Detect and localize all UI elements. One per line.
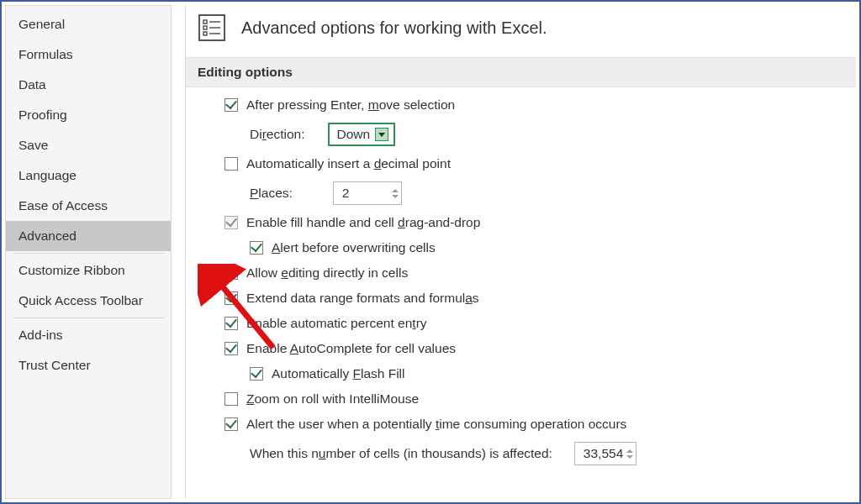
spinner-cells-affected-value: 33,554 (584, 446, 623, 461)
label-autocomplete: Enable AutoComplete for cell values (246, 341, 456, 356)
opt-autocomplete: Enable AutoComplete for cell values (203, 341, 844, 356)
label-zoom-mouse: Zoom on roll with IntelliMouse (246, 391, 419, 407)
opt-flash-fill: Automatically Flash Fill (203, 366, 844, 381)
panel-title: Advanced options for working with Excel. (241, 18, 547, 38)
checkbox-auto-percent[interactable] (224, 317, 238, 330)
sidebar-item-general[interactable]: General (6, 9, 171, 39)
svg-rect-5 (203, 32, 207, 35)
checkbox-extend-range[interactable] (224, 291, 238, 305)
checkbox-zoom-mouse[interactable] (224, 392, 238, 406)
sidebar-item-language[interactable]: Language (6, 160, 171, 191)
sidebar-item-save[interactable]: Save (6, 130, 171, 160)
label-auto-decimal: Automatically insert a decimal point (246, 156, 451, 171)
spinner-places-value: 2 (342, 186, 350, 201)
opt-after-enter: After pressing Enter, move selection (203, 97, 844, 113)
sidebar-item-trust-center[interactable]: Trust Center (6, 350, 171, 381)
label-fill-handle: Enable fill handle and cell drag-and-dro… (246, 215, 480, 230)
checkbox-fill-handle[interactable] (224, 216, 238, 229)
label-alert-overwrite: Alert before overwriting cells (272, 240, 436, 255)
checkbox-allow-edit[interactable] (224, 266, 238, 280)
sidebar-item-formulas[interactable]: Formulas (6, 39, 171, 70)
svg-rect-3 (203, 26, 207, 29)
editing-options-list: After pressing Enter, move selection Dir… (186, 87, 856, 475)
spinner-places[interactable]: 2 (333, 181, 402, 205)
main-panel: Advanced options for working with Excel.… (185, 5, 856, 499)
checkbox-after-enter[interactable] (224, 98, 238, 112)
sidebar-separator (13, 318, 164, 318)
sidebar-item-data[interactable]: Data (6, 70, 171, 100)
spinner-down-icon[interactable] (391, 194, 399, 199)
opt-fill-handle: Enable fill handle and cell drag-and-dro… (203, 215, 844, 230)
svg-rect-1 (203, 20, 207, 24)
checkbox-alert-time[interactable] (224, 417, 238, 431)
svg-line-7 (216, 279, 273, 348)
label-alert-time: Alert the user when a potentially time c… (246, 417, 626, 432)
spinner-up-icon[interactable] (626, 449, 634, 454)
sidebar-item-customize-ribbon[interactable]: Customize Ribbon (6, 255, 171, 286)
chevron-down-icon (375, 128, 388, 141)
opt-places: Places: 2 (203, 181, 844, 205)
checkbox-auto-decimal[interactable] (224, 157, 238, 171)
opt-cells-affected: When this number of cells (in thousands)… (203, 442, 844, 465)
sidebar-item-proofing[interactable]: Proofing (6, 100, 171, 130)
sidebar-item-quick-access-toolbar[interactable]: Quick Access Toolbar (6, 286, 171, 316)
checkbox-autocomplete[interactable] (224, 342, 238, 355)
options-dialog: GeneralFormulasDataProofingSaveLanguageE… (0, 0, 861, 504)
opt-zoom-mouse: Zoom on roll with IntelliMouse (203, 391, 844, 407)
label-direction: Direction: (250, 127, 304, 142)
category-sidebar: GeneralFormulasDataProofingSaveLanguageE… (5, 5, 172, 499)
opt-auto-decimal: Automatically insert a decimal point (203, 156, 844, 171)
checkbox-alert-overwrite[interactable] (250, 241, 263, 255)
opt-alert-time: Alert the user when a potentially time c… (203, 417, 844, 432)
label-places: Places: (250, 186, 293, 201)
dropdown-direction-value: Down (336, 127, 370, 142)
checkbox-flash-fill[interactable] (250, 367, 263, 381)
opt-extend-range: Extend data range formats and formulas (203, 291, 844, 306)
label-after-enter: After pressing Enter, move selection (246, 97, 455, 113)
sidebar-item-ease-of-access[interactable]: Ease of Access (6, 191, 171, 221)
label-allow-edit: Allow editing directly in cells (246, 265, 408, 281)
section-editing-options: Editing options (186, 57, 856, 87)
spinner-up-icon[interactable] (391, 188, 399, 193)
spinner-down-icon[interactable] (626, 454, 634, 459)
sidebar-separator (13, 253, 164, 254)
opt-auto-percent: Enable automatic percent entry (203, 316, 844, 331)
opt-direction: Direction: Down (203, 123, 844, 146)
opt-alert-overwrite: Alert before overwriting cells (203, 240, 844, 255)
panel-header: Advanced options for working with Excel. (186, 5, 856, 57)
advanced-options-icon (198, 13, 226, 42)
label-extend-range: Extend data range formats and formulas (246, 291, 479, 306)
opt-allow-edit: Allow editing directly in cells (203, 265, 844, 281)
sidebar-item-advanced[interactable]: Advanced (6, 221, 171, 251)
label-cells-affected: When this number of cells (in thousands)… (250, 446, 552, 461)
sidebar-item-add-ins[interactable]: Add-ins (6, 320, 171, 350)
label-auto-percent: Enable automatic percent entry (246, 316, 427, 331)
spinner-cells-affected[interactable]: 33,554 (574, 442, 637, 465)
label-flash-fill: Automatically Flash Fill (272, 366, 405, 381)
dropdown-direction[interactable]: Down (328, 123, 395, 146)
